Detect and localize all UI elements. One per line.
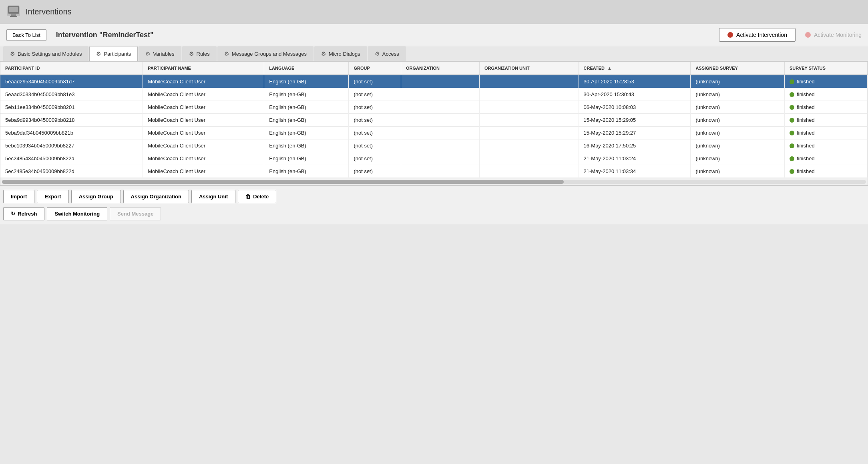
svg-rect-4 (10, 16, 17, 17)
switch-monitoring-button[interactable]: Switch Monitoring (47, 207, 107, 220)
tab-basic-settings-label: Basic Settings and Modules (18, 51, 82, 57)
table-cell-6: 15-May-2020 15:29:27 (579, 127, 691, 139)
table-cell-0: 5ebc103934b0450009bb8227 (0, 139, 143, 152)
delete-button[interactable]: 🗑 Delete (238, 190, 276, 203)
action-buttons-row-2: ↻ Refresh Switch Monitoring Send Message (0, 207, 868, 224)
table-row[interactable]: 5ebc103934b0450009bb8227MobileCoach Clie… (0, 139, 868, 152)
tab-rules-label: Rules (197, 51, 210, 57)
refresh-icon: ↻ (11, 211, 15, 217)
tab-basic-settings[interactable]: ⚙ Basic Settings and Modules (3, 46, 88, 61)
table-cell-6: 30-Apr-2020 15:28:53 (579, 75, 691, 88)
table-cell-7: (unknown) (691, 101, 785, 114)
participants-table: PARTICIPANT ID PARTICIPANT NAME LANGUAGE… (0, 62, 868, 178)
refresh-button[interactable]: ↻ Refresh (3, 207, 44, 220)
app-header-icon (6, 4, 21, 20)
refresh-label: Refresh (18, 211, 37, 217)
tab-variables[interactable]: ⚙ Variables (139, 46, 181, 61)
table-cell-2: English (en-GB) (264, 165, 349, 178)
assign-organization-button[interactable]: Assign Organization (123, 190, 189, 203)
export-button[interactable]: Export (37, 190, 68, 203)
col-survey-status: SURVEY STATUS (784, 62, 867, 75)
table-cell-2: English (en-GB) (264, 139, 349, 152)
tab-message-groups[interactable]: ⚙ Message Groups and Messages (217, 46, 313, 61)
status-dot-icon (790, 131, 794, 135)
table-cell-2: English (en-GB) (264, 75, 349, 88)
tabs-row: ⚙ Basic Settings and Modules ⚙ Participa… (0, 46, 868, 61)
tab-access[interactable]: ⚙ Access (368, 46, 406, 61)
status-text: finished (797, 104, 815, 110)
assign-unit-button[interactable]: Assign Unit (191, 190, 235, 203)
table-cell-survey-status: finished (784, 165, 867, 178)
table-cell-survey-status: finished (784, 152, 867, 165)
table-cell-7: (unknown) (691, 139, 785, 152)
horizontal-scrollbar[interactable] (0, 178, 868, 186)
col-participant-id: PARTICIPANT ID (0, 62, 143, 75)
status-text: finished (797, 79, 815, 85)
table-cell-0: 5ec2485e34b0450009bb822d (0, 165, 143, 178)
activate-monitoring-label: Activate Monitoring (814, 32, 862, 38)
status-text: finished (797, 168, 815, 174)
col-created[interactable]: CREATED ▲ (579, 62, 691, 75)
tab-micro-dialogs[interactable]: ⚙ Micro Dialogs (314, 46, 367, 61)
assign-group-button[interactable]: Assign Group (71, 190, 121, 203)
table-cell-4 (401, 114, 479, 127)
table-row[interactable]: 5eaad30334b0450009bb81e3MobileCoach Clie… (0, 88, 868, 101)
table-cell-7: (unknown) (691, 127, 785, 139)
table-cell-3: (not set) (349, 152, 401, 165)
action-buttons-row-1: Import Export Assign Group Assign Organi… (0, 186, 868, 207)
table-cell-6: 16-May-2020 17:50:25 (579, 139, 691, 152)
table-row[interactable]: 5eba9daf34b0450009bb821bMobileCoach Clie… (0, 127, 868, 139)
back-to-list-button[interactable]: Back To List (6, 29, 46, 41)
table-cell-7: (unknown) (691, 88, 785, 101)
activate-intervention-button[interactable]: Activate Intervention (719, 28, 796, 42)
table-cell-3: (not set) (349, 88, 401, 101)
table-cell-2: English (en-GB) (264, 127, 349, 139)
delete-label: Delete (253, 194, 269, 200)
table-cell-1: MobileCoach Client User (143, 139, 264, 152)
table-cell-2: English (en-GB) (264, 114, 349, 127)
participants-table-container: PARTICIPANT ID PARTICIPANT NAME LANGUAGE… (0, 61, 868, 178)
table-cell-6: 30-Apr-2020 15:30:43 (579, 88, 691, 101)
table-cell-survey-status: finished (784, 114, 867, 127)
tab-message-groups-label: Message Groups and Messages (232, 51, 307, 57)
table-cell-5 (479, 152, 579, 165)
table-cell-5 (479, 75, 579, 88)
table-cell-5 (479, 114, 579, 127)
table-cell-7: (unknown) (691, 152, 785, 165)
toolbar-row: Back To List Intervention "ReminderTest"… (0, 24, 868, 46)
import-button[interactable]: Import (3, 190, 34, 203)
table-cell-4 (401, 101, 479, 114)
table-cell-6: 06-May-2020 10:08:03 (579, 101, 691, 114)
table-row[interactable]: 5ec2485434b0450009bb822aMobileCoach Clie… (0, 152, 868, 165)
table-row[interactable]: 5eba9d9934b0450009bb8218MobileCoach Clie… (0, 114, 868, 127)
table-cell-survey-status: finished (784, 101, 867, 114)
table-cell-6: 21-May-2020 11:03:24 (579, 152, 691, 165)
table-cell-survey-status: finished (784, 88, 867, 101)
puzzle-icon-4: ⚙ (189, 50, 194, 57)
table-cell-0: 5eba9daf34b0450009bb821b (0, 127, 143, 139)
table-cell-4 (401, 75, 479, 88)
tab-participants-label: Participants (104, 51, 131, 57)
table-cell-5 (479, 88, 579, 101)
tab-participants[interactable]: ⚙ Participants (89, 46, 138, 61)
svg-rect-2 (9, 7, 18, 12)
puzzle-icon-7: ⚙ (375, 50, 380, 57)
sort-arrow-icon: ▲ (607, 66, 612, 71)
table-row[interactable]: 5eaad29534b0450009bb81d7MobileCoach Clie… (0, 75, 868, 88)
col-organization-unit: ORGANIZATION UNIT (479, 62, 579, 75)
tab-access-label: Access (382, 51, 399, 57)
puzzle-icon-5: ⚙ (224, 50, 229, 57)
table-cell-0: 5eaad30334b0450009bb81e3 (0, 88, 143, 101)
table-row[interactable]: 5eb11ee334b0450009bb8201MobileCoach Clie… (0, 101, 868, 114)
status-dot-icon (790, 92, 794, 97)
table-cell-4 (401, 88, 479, 101)
send-message-button[interactable]: Send Message (110, 207, 161, 220)
activate-intervention-label: Activate Intervention (736, 32, 787, 38)
status-dot-icon (790, 169, 794, 174)
table-row[interactable]: 5ec2485e34b0450009bb822dMobileCoach Clie… (0, 165, 868, 178)
status-dot-icon (790, 156, 794, 161)
status-dot-icon (790, 143, 794, 148)
table-cell-4 (401, 127, 479, 139)
tab-rules[interactable]: ⚙ Rules (182, 46, 217, 61)
main-content: PARTICIPANT ID PARTICIPANT NAME LANGUAGE… (0, 61, 868, 224)
